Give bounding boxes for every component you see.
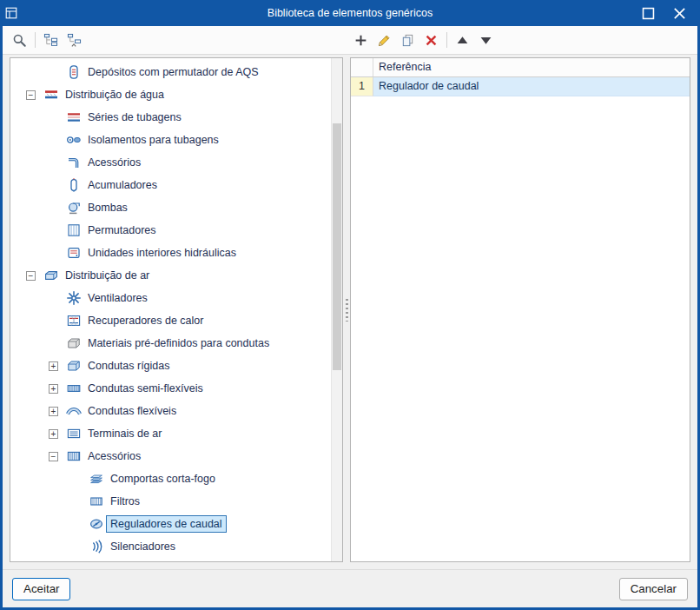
tree-item[interactable]: Permutadores [10,219,331,242]
rigid-duct-icon [66,358,83,374]
expand-box-icon[interactable]: + [49,361,58,371]
move-down-button[interactable] [474,30,498,51]
tree-item[interactable]: Silenciadores [10,535,331,558]
table-body: 1 Regulador de caudal [351,77,690,96]
tree-item-label: Acessórios [83,448,145,465]
tree-item-label: Recuperadores de calor [83,312,208,329]
tree-expander-slot: + [47,361,66,371]
search-icon [12,33,27,48]
dialog-body: Depósitos com permutador de AQS − Distri… [3,26,697,607]
tree-item-label: Acessórios [83,154,145,171]
tree-item[interactable]: + Condutas flexíveis [10,400,331,422]
tree-item[interactable]: + Condutas rígidas [10,355,331,377]
tree-item[interactable]: Bombas [10,196,331,219]
water-distribution-icon [43,87,61,103]
semi-flexible-duct-icon [66,381,83,396]
tree-item-label: Condutas rígidas [83,357,175,375]
tree-item[interactable]: Comportas corta-fogo [10,467,331,490]
expand-box-icon[interactable]: + [49,429,58,439]
tree-item[interactable]: Depósitos com permutador de AQS [10,61,331,83]
cancel-button[interactable]: Cancelar [619,578,688,600]
air-accessories-icon [66,448,83,464]
tree-item-label: Bombas [83,199,132,216]
table-row[interactable]: 1 Regulador de caudal [351,77,690,96]
collapse-all-button[interactable] [63,30,86,51]
tree-item-label: Distribuição de água [61,86,168,103]
row-number: 1 [351,77,373,96]
close-button[interactable] [664,2,695,24]
tree-item-label: Silenciadores [106,538,180,555]
tree-expander-slot: + [47,429,66,439]
copy-icon [400,33,415,48]
expand-all-icon [43,33,58,48]
tree-item[interactable]: − Distribuição de ar [10,264,331,287]
panel-splitter[interactable] [343,57,350,562]
delete-button[interactable] [419,30,443,51]
indoor-hydraulic-unit-icon [66,245,83,261]
collapse-box-icon[interactable]: − [26,271,36,281]
tree-item-label: Unidades interiores hidráulicas [83,244,241,262]
tree-item-label: Depósitos com permutador de AQS [83,63,263,81]
accumulator-icon [66,177,83,193]
tree-item[interactable]: − Acessórios [10,445,331,467]
edit-button[interactable] [373,30,396,51]
tree: Depósitos com permutador de AQS − Distri… [10,58,331,561]
expand-box-icon[interactable]: + [49,407,58,416]
tree-item-label: Condutas semi-flexíveis [83,380,208,397]
tree-item[interactable]: − Distribuição de água [10,83,331,106]
pipe-series-icon [66,109,83,125]
window-controls [632,2,695,24]
tree-expander-slot: + [47,407,66,416]
tree-item[interactable]: Unidades interiores hidráulicas [10,242,331,264]
tree-item[interactable]: Séries de tubagens [10,106,331,129]
close-icon [672,6,687,21]
flexible-duct-icon [66,403,83,419]
air-terminal-icon [66,426,83,441]
pump-icon [66,200,83,215]
copy-button[interactable] [396,30,419,51]
search-button[interactable] [8,30,31,51]
tree-item[interactable]: Isolamentos para tubagens [10,129,331,151]
tree-item-label: Filtros [106,493,144,510]
maximize-icon [641,6,656,21]
tree-scrollbar[interactable] [331,58,342,561]
edit-icon [377,33,392,48]
title-bar[interactable]: Biblioteca de elementos genéricos [0,0,700,26]
accept-button[interactable]: Aceitar [12,578,70,600]
fan-icon [66,290,83,306]
tree-item[interactable]: Materiais pré-definidos para condutas [10,332,331,355]
tree-item[interactable]: Reguladores de caudal [10,513,331,535]
tree-item[interactable]: + Condutas semi-flexíveis [10,377,331,400]
tree-item[interactable]: Filtros [10,490,331,513]
tree-item[interactable]: Recuperadores de calor [10,309,331,332]
toolbar-right [349,26,498,54]
collapse-all-icon [67,33,82,48]
filter-icon [89,494,106,509]
delete-icon [424,33,439,48]
tree-item[interactable]: Acumuladores [10,174,331,196]
tree-item-label: Ventiladores [83,289,152,307]
table-header-row: Referência [351,58,690,77]
collapse-box-icon[interactable]: − [26,90,36,100]
expand-box-icon[interactable]: + [49,384,58,394]
tree-item-label: Comportas corta-fogo [106,470,220,487]
row-number-header [351,58,373,76]
tree-item[interactable]: Acessórios [10,151,331,174]
main-area: Depósitos com permutador de AQS − Distri… [3,55,697,569]
dialog-window: Biblioteca de elementos genéricos Depósi… [0,0,700,610]
add-button[interactable] [349,30,373,51]
expand-all-button[interactable] [39,30,63,51]
move-up-button[interactable] [451,30,474,51]
tree-item-label: Permutadores [83,222,161,239]
row-reference[interactable]: Regulador de caudal [373,77,690,96]
tree-item[interactable]: Ventiladores [10,287,331,309]
toolbar-separator [446,32,447,48]
collapse-box-icon[interactable]: − [49,452,58,461]
maximize-button[interactable] [632,2,664,24]
tree-item-label: Materiais pré-definidos para condutas [83,335,274,352]
scrollbar-thumb[interactable] [333,123,341,370]
tree-expander-slot: − [24,90,43,100]
silencer-icon [89,539,106,554]
tree-item[interactable]: + Terminais de ar [10,422,331,445]
fire-damper-icon [89,471,106,487]
